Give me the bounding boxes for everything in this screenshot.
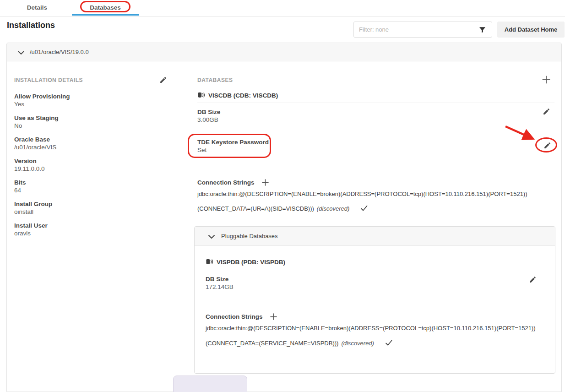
add-connection-string-button[interactable] <box>261 179 269 186</box>
field-oracle-base: Oracle Base /u01/oracle/VIS <box>14 136 56 151</box>
database-icon <box>206 259 213 266</box>
pdb-connection-string-line1: jdbc:oracle:thin:@(DESCRIPTION=(ENABLE=b… <box>206 325 536 332</box>
installation-details-title: INSTALLATION DETAILS <box>14 77 83 83</box>
installation-path: /u01/oracle/VIS/19.0.0 <box>30 49 89 55</box>
active-tab-underline <box>72 14 139 16</box>
edit-installation-details-button[interactable] <box>159 76 167 84</box>
edit-tde-keystore-button[interactable] <box>543 142 551 149</box>
pdb-connection-strings-row: Connection Strings <box>206 313 277 321</box>
edit-db-size-button[interactable] <box>543 108 550 115</box>
tde-keystore-field: TDE Keystore Password Set <box>197 138 269 154</box>
cdb-divider <box>197 103 554 103</box>
pencil-icon <box>543 142 551 149</box>
field-allow-provisioning: Allow Provisioning Yes <box>14 93 70 108</box>
pdb-connection-string-line2: (CONNECT_DATA=(SERVICE_NAME=VISPDB)))(di… <box>206 339 392 347</box>
cdb-title-row: VISCDB (CDB: VISCDB) <box>197 92 278 99</box>
cdb-db-size-field: DB Size 3.00GB <box>197 108 220 124</box>
edit-pdb-db-size-button[interactable] <box>529 276 537 283</box>
pluggable-databases-title: Pluggable Databases <box>221 233 278 240</box>
checkmark-icon <box>360 205 368 212</box>
add-database-button[interactable] <box>542 75 551 84</box>
pluggable-databases-box: Pluggable Databases VISPDB (PDB: VISPDB)… <box>194 226 555 374</box>
discovered-label: (discovered) <box>317 205 350 212</box>
plus-icon <box>261 179 269 186</box>
add-dataset-home-button[interactable]: Add Dataset Home <box>497 22 565 38</box>
discovered-label: (discovered) <box>341 340 374 347</box>
pdb-db-size-field: DB Size 172.14GB <box>206 275 234 291</box>
cdb-connection-string-line2: (CONNECT_DATA=(UR=A)(SID=VISCDB)))(disco… <box>197 205 368 212</box>
cdb-name: VISCDB (CDB: VISCDB) <box>208 92 278 99</box>
field-install-group: Install Group oinstall <box>14 200 52 216</box>
funnel-icon[interactable] <box>478 26 486 33</box>
installation-expander[interactable]: /u01/oracle/VIS/19.0.0 <box>7 43 561 61</box>
pdb-name: VISPDB (PDB: VISPDB) <box>217 259 285 266</box>
chevron-down-icon <box>17 49 25 55</box>
field-use-as-staging: Use as Staging No <box>14 114 59 130</box>
cdb-connection-string-line1: jdbc:oracle:thin:@(DESCRIPTION=(ENABLE=b… <box>197 191 527 197</box>
pdb-divider <box>206 270 540 270</box>
plus-icon <box>542 75 551 84</box>
database-icon <box>197 92 205 99</box>
add-connection-string-button[interactable] <box>270 313 277 321</box>
databases-title: DATABASES <box>197 77 233 83</box>
field-bits: Bits 64 <box>14 179 26 194</box>
pencil-icon <box>529 276 537 283</box>
plus-icon <box>270 313 277 321</box>
filter-input[interactable] <box>354 26 478 33</box>
filter-input-wrapper <box>353 22 492 38</box>
page: Details Databases Installations Add Data… <box>0 0 565 392</box>
pdb-title-row: VISPDB (PDB: VISPDB) <box>206 259 285 266</box>
pencil-icon <box>159 76 167 84</box>
pencil-icon <box>543 108 550 115</box>
installation-card: /u01/oracle/VIS/19.0.0 INSTALLATION DETA… <box>6 43 562 392</box>
tab-bar: Details Databases <box>0 0 565 16</box>
page-title: Installations <box>7 21 55 30</box>
field-install-user: Install User oravis <box>14 222 48 237</box>
field-version: Version 19.11.0.0.0 <box>14 157 45 173</box>
cutoff-bottom-button[interactable] <box>173 376 247 392</box>
cdb-connection-strings-row: Connection Strings <box>197 179 269 186</box>
pluggable-databases-expander[interactable]: Pluggable Databases <box>195 227 555 246</box>
checkmark-icon <box>385 339 392 346</box>
chevron-down-icon <box>207 233 216 240</box>
tab-details[interactable]: Details <box>9 0 65 16</box>
